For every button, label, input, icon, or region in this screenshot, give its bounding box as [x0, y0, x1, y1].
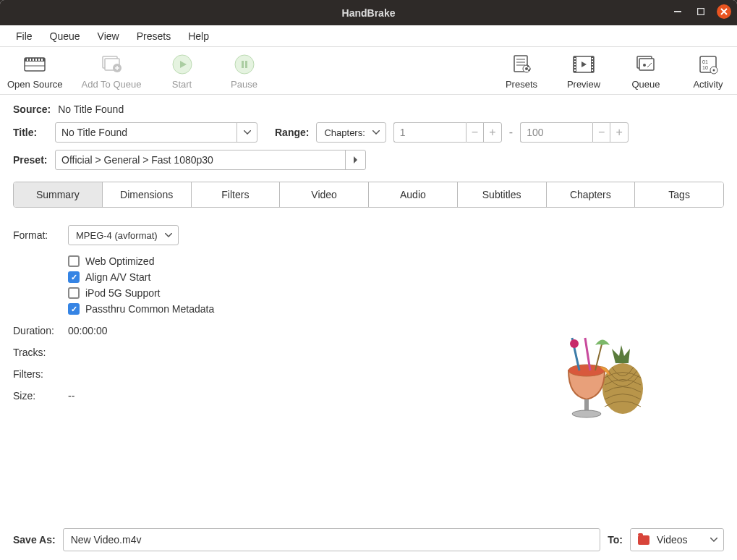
add-to-queue-label: Add To Queue: [82, 79, 142, 90]
align-av-checkbox[interactable]: ✓: [68, 271, 80, 283]
range-type-dropdown[interactable]: Chapters:: [316, 122, 385, 143]
svg-text:10: 10: [702, 65, 708, 70]
preset-value: Official > General > Fast 1080p30: [61, 154, 213, 166]
minus-icon[interactable]: −: [467, 123, 484, 142]
title-label: Title:: [13, 127, 48, 138]
save-as-label: Save As:: [13, 534, 56, 546]
menu-presets[interactable]: Presets: [128, 27, 179, 45]
window-controls: [670, 4, 731, 19]
film-icon: [23, 53, 46, 76]
format-value: MPEG-4 (avformat): [76, 230, 158, 241]
menu-help[interactable]: Help: [179, 27, 218, 45]
svg-text:01: 01: [702, 59, 708, 64]
svg-rect-9: [41, 59, 43, 61]
size-label: Size:: [13, 390, 58, 402]
web-optimized-label: Web Optimized: [85, 255, 154, 267]
svg-rect-29: [574, 64, 576, 65]
menu-file[interactable]: File: [7, 27, 41, 45]
title-dropdown[interactable]: No Title Found: [55, 122, 257, 143]
tab-video[interactable]: Video: [280, 182, 369, 207]
pause-button[interactable]: Pause: [223, 53, 266, 90]
range-label: Range:: [275, 127, 309, 138]
presets-icon: [510, 53, 533, 76]
tab-chapters[interactable]: Chapters: [547, 182, 636, 207]
svg-rect-4: [27, 59, 28, 61]
tab-subtitles[interactable]: Subtitles: [458, 182, 547, 207]
open-source-button[interactable]: Open Source: [7, 53, 63, 90]
presets-button[interactable]: Presets: [500, 53, 543, 90]
queue-button[interactable]: Queue: [624, 53, 668, 90]
web-optimized-checkbox[interactable]: [68, 255, 80, 267]
minus-icon[interactable]: −: [593, 123, 610, 142]
chevron-right-icon: [345, 150, 365, 169]
preview-icon: [572, 53, 595, 76]
pause-icon: [233, 53, 256, 76]
chevron-down-icon: [165, 233, 172, 237]
tab-dimensions[interactable]: Dimensions: [103, 182, 192, 207]
to-label: To:: [608, 534, 623, 546]
folder-icon: [638, 535, 649, 545]
svg-rect-31: [574, 69, 576, 71]
svg-point-39: [643, 64, 646, 67]
preset-dropdown[interactable]: Official > General > Fast 1080p30: [55, 150, 366, 170]
activity-button[interactable]: 0110 Activity: [686, 53, 730, 90]
presets-label: Presets: [506, 79, 537, 90]
svg-rect-32: [592, 58, 593, 59]
destination-folder-label: Videos: [657, 534, 703, 546]
plus-icon[interactable]: +: [610, 123, 628, 142]
close-icon: [720, 8, 728, 15]
tab-audio[interactable]: Audio: [369, 182, 458, 207]
tabs: Summary Dimensions Filters Video Audio S…: [13, 182, 724, 208]
filters-label: Filters:: [13, 368, 58, 380]
svg-rect-30: [574, 67, 576, 68]
svg-rect-35: [592, 67, 593, 68]
svg-rect-8: [38, 59, 40, 61]
svg-point-48: [572, 410, 601, 417]
save-as-input[interactable]: [63, 528, 601, 551]
svg-point-44: [713, 69, 715, 72]
title-value: No Title Found: [61, 127, 127, 138]
preview-button[interactable]: Preview: [562, 53, 605, 90]
preview-label: Preview: [567, 79, 600, 90]
tab-filters[interactable]: Filters: [192, 182, 281, 207]
svg-rect-38: [639, 59, 654, 70]
maximize-button[interactable]: [694, 4, 708, 19]
menu-view[interactable]: View: [89, 27, 128, 45]
range-to-input[interactable]: [520, 122, 592, 143]
svg-rect-0: [674, 11, 681, 12]
passthru-metadata-label: Passthru Common Metadata: [85, 303, 214, 315]
range-from-input[interactable]: [393, 122, 466, 143]
start-button[interactable]: Start: [161, 53, 204, 90]
ipod-5g-checkbox[interactable]: [68, 287, 80, 299]
destination-folder-button[interactable]: Videos: [630, 528, 724, 551]
range-from-spinner[interactable]: − +: [393, 122, 502, 143]
tab-summary[interactable]: Summary: [14, 182, 103, 207]
svg-rect-17: [245, 61, 247, 68]
range-to-spinner[interactable]: − +: [520, 122, 629, 143]
svg-rect-16: [242, 61, 244, 68]
duration-value: 00:00:00: [68, 325, 108, 336]
add-to-queue-button[interactable]: Add To Queue: [82, 53, 142, 90]
plus-icon[interactable]: +: [484, 123, 501, 142]
format-label: Format:: [13, 229, 58, 241]
svg-rect-28: [574, 61, 576, 62]
queue-icon: [634, 53, 657, 76]
open-source-label: Open Source: [7, 79, 63, 90]
preset-label: Preset:: [13, 154, 48, 166]
svg-rect-33: [592, 61, 593, 62]
chevron-down-icon: [237, 123, 257, 142]
activity-label: Activity: [693, 79, 723, 90]
svg-rect-6: [33, 59, 34, 61]
minimize-icon: [674, 11, 681, 12]
svg-rect-27: [574, 58, 576, 59]
svg-point-15: [235, 55, 254, 74]
menu-queue[interactable]: Queue: [41, 27, 89, 45]
tab-tags[interactable]: Tags: [635, 182, 723, 207]
passthru-metadata-checkbox[interactable]: ✓: [68, 303, 80, 315]
chevron-down-icon: [372, 130, 380, 135]
close-button[interactable]: [717, 4, 731, 19]
window-title: HandBrake: [342, 7, 396, 19]
minimize-button[interactable]: [670, 4, 685, 19]
range-type-value: Chapters:: [324, 127, 365, 138]
format-dropdown[interactable]: MPEG-4 (avformat): [68, 225, 179, 245]
